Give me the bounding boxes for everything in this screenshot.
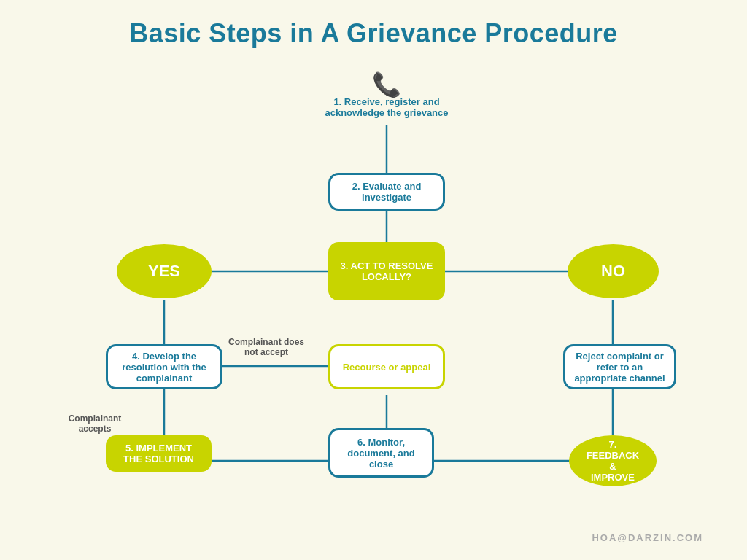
reject-box: Reject complaint or refer to an appropri…	[563, 344, 676, 389]
step6-box: 6. Monitor, document, and close	[328, 428, 434, 478]
step7-circle: 7. FEEDBACK & IMPROVE	[569, 435, 657, 486]
yes-circle: YES	[117, 244, 212, 298]
complainant-not-accept-annotation: Complainant does not accept	[226, 337, 306, 357]
page: Basic Steps in A Grievance Procedure	[0, 0, 747, 560]
complainant-accepts-annotation: Complainant accepts	[58, 413, 131, 434]
phone-icon: 📞	[365, 71, 409, 98]
diagram: 📞 1. Receive, register and acknowledge t…	[22, 56, 725, 552]
step5-box: 5. IMPLEMENT THE SOLUTION	[106, 435, 212, 472]
step1-label: 1. Receive, register and acknowledge the…	[303, 96, 471, 118]
step4-box: 4. Develop the resolution with the compl…	[106, 344, 222, 389]
page-title: Basic Steps in A Grievance Procedure	[22, 7, 725, 56]
recourse-box: Recourse or appeal	[328, 344, 445, 389]
step3-box: 3. ACT TO RESOLVE LOCALLY?	[328, 242, 445, 300]
watermark: HOA@DARZIN.COM	[592, 532, 703, 543]
step2-box: 2. Evaluate and investigate	[328, 173, 445, 211]
no-circle: NO	[568, 244, 659, 298]
